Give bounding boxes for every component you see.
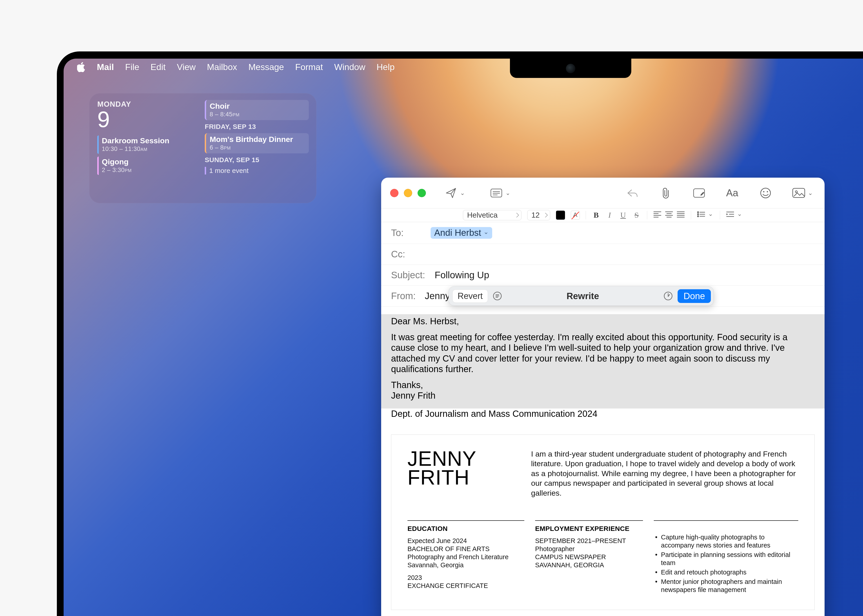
widget-section-head: FRIDAY, SEP 13	[205, 123, 309, 130]
chevron-down-icon[interactable]: ⌄	[737, 211, 743, 220]
widget-more-link[interactable]: 1 more event	[205, 167, 309, 174]
macbook-frame: Mail File Edit View Mailbox Message Form…	[57, 52, 863, 616]
from-field-row: From: Jenny Frith Revert Rewrite Done	[381, 286, 825, 306]
message-body[interactable]: Dear Ms. Herbst, It was great meeting fo…	[381, 306, 825, 610]
font-size-select[interactable]: 12	[527, 210, 550, 220]
format-bar: Helvetica 12 B I U S	[381, 208, 825, 222]
format-icon[interactable]: Aa	[724, 185, 740, 201]
svg-point-24	[698, 215, 699, 217]
subject-label: Subject:	[391, 270, 429, 280]
menubar-item-format[interactable]: Format	[295, 62, 323, 72]
cc-field-row: Cc:	[381, 244, 825, 265]
markup-icon[interactable]	[691, 185, 707, 201]
mail-compose-window: ⌄ ⌄	[381, 178, 825, 616]
reply-icon[interactable]	[625, 185, 640, 201]
attachment-resume: JENNY FRITH I am a third-year student un…	[391, 435, 815, 610]
done-button[interactable]: Done	[677, 289, 711, 303]
from-label: From:	[391, 291, 419, 302]
menubar-item-mailbox[interactable]: Mailbox	[207, 62, 237, 72]
svg-point-9	[795, 191, 797, 193]
calendar-event[interactable]: Darkroom Session 10:30 – 11:30AM	[97, 135, 199, 154]
list-icon[interactable]	[697, 211, 706, 220]
resume-name: JENNY FRITH	[408, 449, 524, 498]
resume-section-head: EDUCATION	[408, 525, 524, 533]
font-select[interactable]: Helvetica	[463, 210, 521, 220]
window-controls	[390, 189, 426, 197]
subject-field-row: Subject: Following Up	[381, 265, 825, 286]
resume-edu-block: 2023 EXCHANGE CERTIFICATE	[408, 574, 524, 590]
menubar-item-window[interactable]: Window	[334, 62, 365, 72]
bold-button[interactable]: B	[592, 211, 601, 219]
photo-browser-icon[interactable]	[791, 185, 806, 201]
close-button[interactable]	[390, 189, 398, 197]
svg-point-7	[767, 191, 768, 192]
resume-emp-block: SEPTEMBER 2021–PRESENT Photographer CAMP…	[535, 537, 643, 569]
chevron-down-icon[interactable]: ⌄	[460, 190, 466, 196]
zoom-button[interactable]	[417, 189, 426, 197]
revert-button[interactable]: Revert	[452, 289, 488, 303]
selected-text[interactable]: Dear Ms. Herbst, It was great meeting fo…	[381, 314, 825, 409]
menubar: Mail File Edit View Mailbox Message Form…	[64, 59, 863, 76]
menubar-item-file[interactable]: File	[125, 62, 139, 72]
chevron-down-icon[interactable]: ⌄	[808, 190, 814, 196]
menubar-item-view[interactable]: View	[177, 62, 196, 72]
resume-section-head: EMPLOYMENT EXPERIENCE	[535, 525, 643, 533]
writing-tools-bar: Revert Rewrite Done	[449, 286, 714, 306]
subject-input[interactable]: Following Up	[435, 270, 489, 280]
svg-point-23	[698, 214, 699, 215]
writing-tools-options-icon[interactable]	[663, 291, 673, 301]
bg-color-swatch[interactable]	[571, 211, 580, 220]
chevron-down-icon[interactable]: ⌄	[708, 211, 714, 220]
to-label: To:	[391, 228, 425, 238]
resume-edu-block: Expected June 2024 BACHELOR OF FINE ARTS…	[408, 537, 524, 569]
menubar-app-name[interactable]: Mail	[97, 62, 114, 72]
writing-tools-title: Rewrite	[507, 291, 659, 301]
underline-button[interactable]: U	[619, 211, 628, 219]
calendar-event[interactable]: Qigong 2 – 3:30PM	[97, 157, 199, 175]
menubar-item-edit[interactable]: Edit	[151, 62, 165, 72]
svg-point-6	[763, 191, 764, 192]
indent-icon[interactable]	[726, 211, 734, 220]
svg-point-5	[761, 188, 770, 198]
menubar-item-help[interactable]: Help	[377, 62, 395, 72]
italic-button[interactable]: I	[605, 211, 614, 219]
camera	[566, 64, 575, 73]
header-fields-icon[interactable]	[488, 185, 504, 201]
strike-button[interactable]: S	[632, 211, 641, 219]
screen: Mail File Edit View Mailbox Message Form…	[64, 59, 863, 616]
widget-section-head: SUNDAY, SEP 15	[205, 156, 309, 164]
resume-bio: I am a third-year student undergraduate …	[531, 449, 798, 498]
send-icon[interactable]	[443, 185, 459, 201]
svg-point-22	[698, 212, 699, 213]
calendar-event[interactable]: Mom's Birthday Dinner 6 – 8PM	[205, 133, 309, 153]
show-original-icon[interactable]	[492, 291, 502, 301]
text-color-swatch[interactable]	[556, 211, 565, 220]
align-center-icon[interactable]	[665, 211, 673, 220]
emoji-icon[interactable]	[757, 185, 773, 201]
minimize-button[interactable]	[404, 189, 412, 197]
calendar-widget[interactable]: MONDAY 9 Darkroom Session 10:30 – 11:30A…	[89, 93, 317, 203]
calendar-event[interactable]: Choir 8 – 8:45PM	[205, 100, 309, 120]
cc-label: Cc:	[391, 249, 425, 259]
apple-logo-icon[interactable]	[77, 62, 86, 72]
to-field-row: To: Andi Herbst	[381, 222, 825, 244]
resume-bullets: Capture high-quality photographs to acco…	[654, 533, 798, 594]
menubar-item-message[interactable]: Message	[248, 62, 284, 72]
align-left-icon[interactable]	[653, 211, 661, 220]
display-notch	[510, 59, 631, 78]
widget-weekday: MONDAY	[97, 100, 199, 108]
widget-daynum: 9	[97, 108, 199, 130]
attach-icon[interactable]	[658, 185, 674, 201]
chevron-down-icon[interactable]: ⌄	[506, 190, 511, 196]
mail-toolbar: ⌄ ⌄	[381, 178, 825, 208]
recipient-pill[interactable]: Andi Herbst	[431, 227, 492, 239]
align-justify-icon[interactable]	[676, 211, 685, 220]
